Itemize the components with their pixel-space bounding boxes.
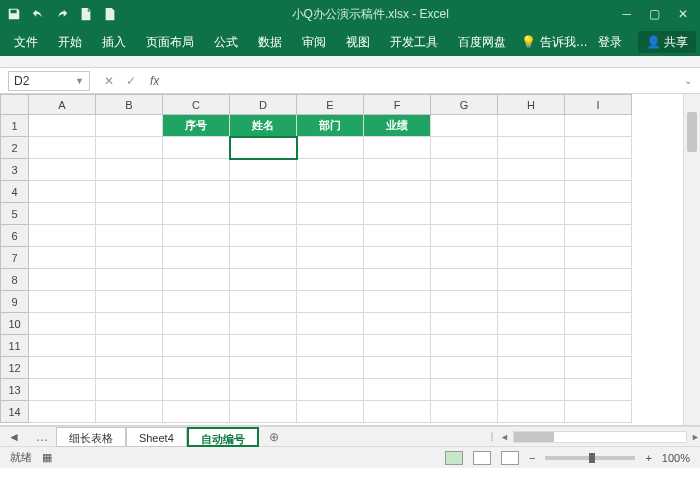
cell[interactable] — [297, 159, 364, 181]
cell[interactable] — [163, 137, 230, 159]
cell[interactable] — [565, 247, 632, 269]
cell[interactable] — [565, 313, 632, 335]
col-header[interactable]: G — [431, 95, 498, 115]
cell[interactable] — [431, 203, 498, 225]
select-all-corner[interactable] — [1, 95, 29, 115]
tellme-text[interactable]: 告诉我… — [540, 34, 588, 51]
cell[interactable] — [29, 379, 96, 401]
cell[interactable] — [29, 115, 96, 137]
cell[interactable] — [29, 335, 96, 357]
zoom-slider[interactable] — [545, 456, 635, 460]
row-header[interactable]: 2 — [1, 137, 29, 159]
cell[interactable] — [297, 379, 364, 401]
cell[interactable] — [498, 313, 565, 335]
cell[interactable] — [163, 159, 230, 181]
cell[interactable] — [230, 269, 297, 291]
cell[interactable] — [29, 137, 96, 159]
cell[interactable] — [29, 225, 96, 247]
row-header[interactable]: 6 — [1, 225, 29, 247]
cell[interactable] — [498, 247, 565, 269]
row-header[interactable]: 14 — [1, 401, 29, 423]
row-header[interactable]: 9 — [1, 291, 29, 313]
cell[interactable] — [364, 357, 431, 379]
cell[interactable] — [565, 225, 632, 247]
row-header[interactable]: 11 — [1, 335, 29, 357]
tab-baidu[interactable]: 百度网盘 — [448, 28, 516, 56]
cell[interactable] — [498, 401, 565, 423]
row-header[interactable]: 1 — [1, 115, 29, 137]
tab-data[interactable]: 数据 — [248, 28, 292, 56]
cell[interactable] — [565, 379, 632, 401]
cell[interactable] — [431, 115, 498, 137]
cell[interactable] — [96, 225, 163, 247]
cell[interactable] — [364, 137, 431, 159]
cell[interactable] — [364, 401, 431, 423]
cell[interactable]: 业绩 — [364, 115, 431, 137]
cell[interactable] — [431, 269, 498, 291]
cell[interactable] — [96, 401, 163, 423]
cell[interactable] — [297, 291, 364, 313]
cell[interactable] — [96, 291, 163, 313]
redo-icon[interactable] — [54, 6, 70, 22]
cell[interactable] — [565, 137, 632, 159]
zoom-level[interactable]: 100% — [662, 452, 690, 464]
cell[interactable] — [297, 313, 364, 335]
row-header[interactable]: 3 — [1, 159, 29, 181]
worksheet-grid[interactable]: ABCDEFGHI1序号姓名部门业绩234567891011121314 — [0, 94, 700, 426]
cell[interactable] — [364, 159, 431, 181]
cell[interactable] — [498, 379, 565, 401]
cell[interactable] — [29, 159, 96, 181]
cell[interactable]: 部门 — [297, 115, 364, 137]
cell[interactable] — [498, 225, 565, 247]
cell[interactable] — [29, 181, 96, 203]
cell[interactable] — [297, 137, 364, 159]
cell[interactable] — [297, 181, 364, 203]
cell[interactable] — [565, 203, 632, 225]
cell[interactable] — [431, 291, 498, 313]
cell[interactable] — [431, 225, 498, 247]
tab-file[interactable]: 文件 — [4, 28, 48, 56]
tab-layout[interactable]: 页面布局 — [136, 28, 204, 56]
cell[interactable] — [364, 225, 431, 247]
cell[interactable] — [431, 357, 498, 379]
add-sheet-icon[interactable]: ⊕ — [259, 430, 289, 444]
cell[interactable] — [230, 181, 297, 203]
cell[interactable] — [163, 247, 230, 269]
minimize-icon[interactable]: ─ — [622, 7, 631, 21]
cell[interactable] — [29, 269, 96, 291]
cell[interactable] — [230, 225, 297, 247]
chevron-down-icon[interactable]: ▼ — [75, 76, 84, 86]
scroll-thumb[interactable] — [687, 112, 697, 152]
undo-icon[interactable] — [30, 6, 46, 22]
save-icon[interactable] — [6, 6, 22, 22]
cell[interactable] — [431, 401, 498, 423]
cell[interactable] — [364, 335, 431, 357]
cell[interactable] — [96, 247, 163, 269]
cell[interactable] — [431, 335, 498, 357]
cell[interactable]: 序号 — [163, 115, 230, 137]
cell[interactable] — [96, 335, 163, 357]
enter-icon[interactable]: ✓ — [126, 74, 136, 88]
cell[interactable] — [163, 269, 230, 291]
cell[interactable] — [431, 313, 498, 335]
col-header[interactable]: B — [96, 95, 163, 115]
row-header[interactable]: 10 — [1, 313, 29, 335]
col-header[interactable]: A — [29, 95, 96, 115]
cell[interactable] — [297, 269, 364, 291]
maximize-icon[interactable]: ▢ — [649, 7, 660, 21]
login-link[interactable]: 登录 — [588, 28, 632, 56]
cell[interactable] — [498, 159, 565, 181]
share-button[interactable]: 👤 共享 — [638, 31, 696, 53]
cell[interactable] — [364, 247, 431, 269]
cell[interactable] — [163, 379, 230, 401]
zoom-in-icon[interactable]: + — [645, 452, 651, 464]
scroll-right-icon[interactable]: ► — [691, 432, 700, 442]
cell[interactable] — [96, 181, 163, 203]
cell[interactable] — [96, 313, 163, 335]
cell[interactable] — [29, 357, 96, 379]
cell[interactable] — [96, 137, 163, 159]
cell[interactable] — [498, 357, 565, 379]
tellme-icon[interactable]: 💡 — [521, 35, 536, 49]
print-preview-icon[interactable] — [102, 6, 118, 22]
vertical-scrollbar[interactable] — [683, 94, 700, 425]
